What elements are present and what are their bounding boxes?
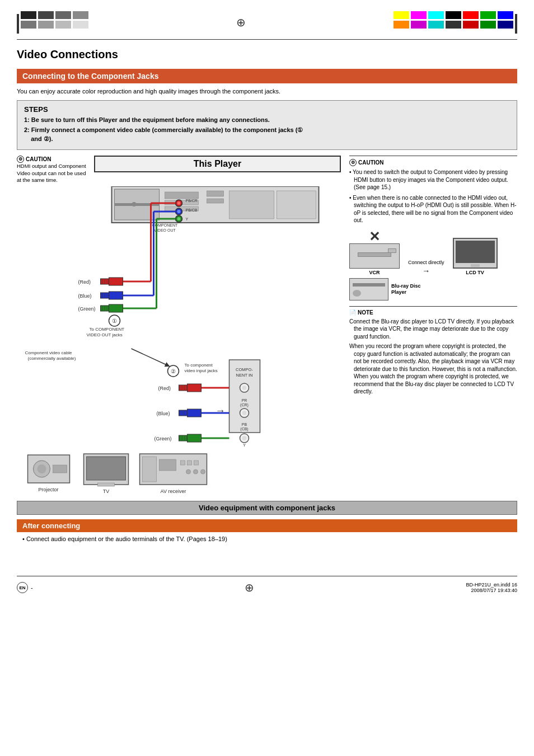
vcr-device: ✕ VCR — [349, 230, 400, 275]
vcr-tv-area: ✕ VCR Connect directly → — [349, 230, 517, 300]
svg-text:TV: TV — [103, 489, 110, 494]
svg-point-16 — [177, 217, 181, 220]
bottom-bar: EN - ⊕ BD-HP21U_en.indd 16 2008/07/17 19… — [17, 576, 517, 594]
svg-text:NENT IN: NENT IN — [236, 373, 253, 378]
en-circle: EN — [17, 582, 28, 593]
svg-text:Component video cable: Component video cable — [25, 350, 73, 355]
svg-text:(Green): (Green) — [78, 306, 96, 312]
svg-text:COMPO-: COMPO- — [236, 367, 253, 372]
svg-text:(Green): (Green) — [154, 436, 172, 442]
diagram-left: ⚙ CAUTION HDMI output and Component Vide… — [17, 156, 341, 501]
svg-rect-118 — [143, 457, 157, 482]
svg-rect-115 — [98, 483, 115, 486]
vcr-box — [349, 243, 400, 269]
svg-rect-32 — [109, 292, 123, 299]
svg-point-125 — [201, 469, 205, 474]
note-item-1: Connect the Blu-ray disc player to LCD T… — [349, 318, 517, 341]
note-item-2: When you record the program where copyri… — [349, 342, 517, 396]
svg-text:→: → — [216, 405, 226, 416]
after-connecting-text: • Connect audio equipment or the audio t… — [17, 536, 517, 542]
right-arrow: → — [422, 266, 430, 275]
vcr-tv-devices: ✕ VCR Connect directly → — [349, 230, 517, 275]
svg-point-124 — [194, 469, 198, 474]
svg-rect-3 — [165, 192, 199, 199]
caution-right-item-2: • Even when there is no cable connected … — [349, 194, 517, 224]
svg-text:②: ② — [171, 368, 176, 374]
caution-left-text: HDMI output and Component Video output c… — [17, 163, 90, 184]
bluray-disc — [353, 290, 361, 297]
svg-text:AV receiver: AV receiver — [161, 489, 186, 494]
svg-rect-8 — [229, 191, 274, 219]
svg-rect-122 — [194, 461, 199, 465]
svg-point-110 — [38, 464, 46, 473]
svg-rect-22 — [109, 278, 123, 285]
top-rule — [17, 39, 517, 40]
registration-marks: ⊕ — [17, 11, 517, 34]
bluray-slot — [353, 283, 385, 287]
step-1: 1: Be sure to turn off this Player and t… — [24, 116, 510, 124]
lcd-screen — [456, 241, 495, 263]
bottom-center-mark: ⊕ — [245, 581, 254, 594]
svg-text:To COMPONENT: To COMPONENT — [90, 327, 125, 332]
svg-text:Y: Y — [186, 217, 189, 221]
bluray-area: Blu-ray DiscPlayer — [349, 278, 517, 300]
svg-rect-9 — [277, 191, 316, 219]
svg-text:PB/CB: PB/CB — [186, 208, 198, 212]
vcr-button — [388, 248, 396, 253]
svg-rect-6 — [207, 191, 224, 196]
note-icon: 📄 — [349, 309, 356, 316]
bottom-right: BD-HP21U_en.indd 16 2008/07/17 19:43:40 — [466, 582, 517, 593]
svg-rect-120 — [181, 461, 185, 465]
svg-rect-81 — [188, 384, 202, 392]
caution-left-area: ⚙ CAUTION HDMI output and Component Vide… — [17, 156, 341, 184]
svg-rect-42 — [109, 304, 123, 312]
vcr-label: VCR — [369, 270, 380, 275]
connect-directly-area: Connect directly → — [408, 260, 444, 275]
bluray-label: Blu-ray DiscPlayer — [391, 283, 421, 295]
caution-right-box: ⚙ CAUTION • You need to switch the outpu… — [349, 156, 517, 224]
lcd-tv-device: LCD TV — [453, 238, 498, 275]
svg-text:video input jacks: video input jacks — [185, 368, 218, 373]
caution-icon-left: ⚙ — [17, 156, 24, 163]
svg-point-14 — [177, 210, 181, 213]
video-equipment-bar: Video equipment with component jacks — [17, 501, 517, 515]
note-box: 📄 NOTE Connect the Blu-ray disc player t… — [349, 306, 517, 396]
note-title: 📄 NOTE — [349, 309, 517, 316]
bluray-box — [349, 278, 388, 300]
lcd-tv-box — [453, 238, 498, 269]
diagram-right: ⚙ CAUTION • You need to switch the outpu… — [349, 156, 517, 501]
svg-line-61 — [132, 349, 168, 365]
svg-rect-121 — [188, 461, 192, 465]
svg-point-78 — [242, 436, 247, 440]
bottom-left: EN - — [17, 582, 33, 593]
svg-rect-111 — [53, 465, 67, 473]
svg-point-74 — [242, 411, 247, 415]
lcd-stand — [471, 264, 480, 267]
svg-text:To component: To component — [185, 363, 213, 368]
svg-text:VIDEO OUT jacks: VIDEO OUT jacks — [87, 332, 123, 337]
steps-box: STEPS 1: Be sure to turn off this Player… — [17, 100, 517, 150]
caution-right-items: • You need to switch the output to Compo… — [349, 168, 517, 224]
svg-text:(Blue): (Blue) — [157, 411, 170, 416]
intro-text: You can enjoy accurate color reproductio… — [17, 88, 517, 95]
svg-text:(Red): (Red) — [158, 386, 171, 391]
lcd-tv-label: LCD TV — [466, 270, 484, 275]
main-diagram: ⚙ CAUTION HDMI output and Component Vide… — [17, 156, 517, 501]
svg-text:(CR): (CR) — [240, 403, 249, 407]
x-mark: ✕ — [369, 230, 380, 243]
svg-text:(commercially available): (commercially available) — [28, 356, 76, 361]
svg-point-12 — [177, 201, 181, 205]
svg-text:Y: Y — [243, 443, 246, 447]
vcr-slot — [358, 252, 391, 257]
step-2: 2: Firmly connect a component video cabl… — [24, 126, 510, 143]
svg-text:Projector: Projector — [38, 487, 58, 492]
svg-rect-89 — [188, 409, 202, 417]
caution-left-title: ⚙ CAUTION — [17, 156, 90, 163]
player-label-box: This Player — [94, 156, 341, 172]
svg-text:PB: PB — [242, 422, 247, 426]
svg-text:(CB): (CB) — [240, 427, 248, 431]
svg-rect-7 — [207, 199, 224, 203]
svg-text:①: ① — [112, 318, 117, 324]
caution-icon-right: ⚙ — [349, 159, 357, 166]
after-connecting-header: After connecting — [17, 519, 517, 532]
